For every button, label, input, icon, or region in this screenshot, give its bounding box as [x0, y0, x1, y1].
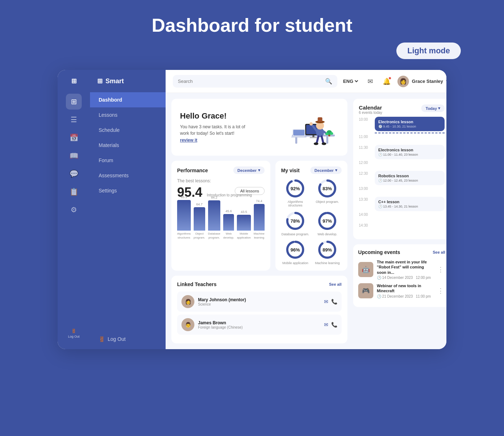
time-row: 14:00	[359, 212, 445, 223]
svg-text:78%: 78%	[291, 218, 300, 224]
hero-review-link[interactable]: review it	[180, 138, 197, 143]
svg-rect-8	[293, 130, 304, 135]
time-label: 13:00	[359, 186, 372, 191]
user-info[interactable]: 👩 Grace Stanley ▾	[397, 76, 446, 87]
today-button[interactable]: Today ▾	[421, 104, 445, 112]
search-icon: 🔍	[325, 78, 332, 85]
sidebar-icon-materials[interactable]: 📖	[66, 148, 82, 164]
sidebar-logout[interactable]: 🚪 Log Out	[68, 329, 80, 342]
sidebar-item-assessments[interactable]: Assessments	[90, 168, 166, 183]
content-area: 🔍 ENG ✉ 🔔 👩 Grace Stanley ▾	[166, 70, 446, 349]
sidebar-item-dashboard[interactable]: Dashbord	[90, 92, 166, 107]
svg-rect-6	[310, 137, 317, 138]
light-mode-badge[interactable]: Light mode	[396, 43, 461, 59]
lesson-block: Electronics lesson 🕐 9.45 - 10.30, 21 le…	[375, 117, 445, 131]
main-grid: Hello Grace! You have 3 new tasks. It is…	[166, 93, 446, 349]
teacher-phone-icon[interactable]: 📞	[331, 299, 337, 304]
chevron-down-icon: ▾	[258, 168, 260, 173]
today-chevron-icon: ▾	[438, 106, 440, 111]
donut-svg: 78%	[285, 211, 305, 231]
left-column: Hello Grace! You have 3 new tasks. It is…	[171, 99, 347, 343]
bar-group: 64.7 Object program.	[194, 203, 205, 240]
events-card: Upcoming events See all 🤖 The main event…	[353, 244, 446, 307]
svg-point-23	[325, 133, 328, 135]
lesson-time: 🕐 9.45 - 10.30, 21 lesson	[378, 125, 441, 128]
event-name: The main event in your life "Robot Fest"…	[377, 259, 432, 275]
events-see-all[interactable]: See all	[433, 250, 445, 254]
hero-illustration	[285, 107, 339, 147]
teacher-phone-icon[interactable]: 📞	[331, 322, 337, 328]
teacher-avatar: 👩	[181, 295, 194, 308]
donut-item: 83% Object program.	[313, 178, 342, 207]
hero-greeting: Hello Grace!	[180, 111, 252, 121]
notifications-icon[interactable]: 🔔	[381, 76, 392, 87]
page-title: Dashboard for student	[152, 14, 352, 36]
performance-filter[interactable]: December ▾	[233, 166, 265, 174]
time-row: 13:30 C++ lesson 🕐 13.45 - 14.30, 21 les…	[359, 197, 445, 212]
user-avatar: 👩	[397, 76, 409, 87]
sidebar-item-forum[interactable]: Forum	[90, 153, 166, 168]
time-row: 12:00	[359, 160, 445, 171]
bar-value: 84.2	[211, 196, 217, 199]
teacher-row: 👨 James Brown Foreign language (Chinese)…	[177, 315, 342, 335]
mail-icon[interactable]: ✉	[364, 76, 376, 87]
teacher-mail-icon[interactable]: ✉	[324, 322, 328, 328]
nav-logout-button[interactable]: 🚪 Log Out	[90, 329, 166, 349]
right-column: Calendar 6 events today Today ▾ 10:00 El…	[353, 99, 446, 343]
sidebar-icon-schedule[interactable]: 📅	[66, 130, 82, 146]
time-label: 13:30	[359, 197, 372, 201]
visit-card-header: My visit December ▾	[281, 166, 342, 174]
teacher-info: James Brown Foreign language (Chinese)	[198, 320, 320, 329]
svg-text:89%: 89%	[323, 247, 332, 253]
sidebar-icon-forum[interactable]: 💬	[66, 166, 82, 182]
svg-point-24	[330, 132, 333, 135]
event-meta: 🕐 21 December 2023 11:00 pm	[377, 294, 432, 298]
donut-svg: 89%	[317, 240, 337, 260]
svg-text:92%: 92%	[291, 186, 300, 191]
sidebar-item-materials[interactable]: Materials	[90, 138, 166, 153]
lesson-time: 🕐 12.00 - 12.45, 23 lesson	[378, 179, 441, 182]
sidebar-icon-lessons[interactable]: ☰	[66, 112, 82, 128]
lesson-title: C++ lesson	[378, 200, 441, 204]
bar-label: Web develop.	[223, 232, 234, 240]
bar-group: 74.4 Machine learning	[254, 199, 265, 240]
sidebar-icon-assessments[interactable]: 📋	[66, 184, 82, 200]
lesson-title: Electronics lesson	[378, 120, 441, 124]
sidebar-item-settings[interactable]: Settings	[90, 183, 166, 198]
performance-card-header: Performance December ▾	[177, 166, 265, 174]
time-label: 14:00	[359, 212, 372, 217]
sidebar-icon-dashboard[interactable]: ⊞	[66, 94, 82, 110]
visit-chevron-icon: ▾	[335, 168, 337, 173]
teacher-avatar: 👨	[181, 318, 194, 331]
visit-filter[interactable]: December ▾	[310, 166, 342, 174]
svg-rect-5	[312, 135, 315, 137]
nav-sidebar: ⊞ Smart Dashbord Lessons Schedule Materi…	[90, 70, 166, 349]
event-info: The main event in your life "Robot Fest"…	[377, 259, 432, 280]
svg-rect-1	[295, 137, 297, 144]
bar	[237, 215, 251, 231]
bar-value: 64.7	[196, 203, 203, 206]
lesson-block: Robotics lesson 🕐 12.00 - 12.45, 23 less…	[375, 171, 445, 185]
event-more-button[interactable]: ⋮	[436, 264, 445, 275]
event-row: 🤖 The main event in your life "Robot Fes…	[358, 259, 445, 280]
donut-item: 92% Algorithms structures	[281, 178, 310, 207]
sidebar-item-schedule[interactable]: Schedule	[90, 123, 166, 138]
time-label: 14:30	[359, 223, 372, 227]
teacher-mail-icon[interactable]: ✉	[324, 299, 328, 304]
bar	[194, 207, 205, 231]
search-input[interactable]	[178, 79, 322, 84]
lesson-time: 🕐 13.45 - 14.30, 21 lesson	[378, 205, 441, 208]
teachers-title: Linked Teachers	[177, 281, 216, 287]
teachers-see-all[interactable]: See all	[329, 282, 342, 286]
sidebar-item-lessons[interactable]: Lessons	[90, 107, 166, 123]
calendar-header: Calendar 6 events today Today ▾	[359, 104, 445, 115]
language-select[interactable]: ENG	[342, 78, 359, 84]
event-meta: 🕐 14 December 2023 12:00 pm	[377, 276, 432, 280]
sidebar-icon-settings[interactable]: ⚙	[66, 202, 82, 218]
topbar-actions: ENG ✉ 🔔 👩 Grace Stanley ▾	[342, 76, 446, 87]
visit-title: My visit	[281, 168, 300, 173]
bottom-row: Performance December ▾ The best lessons:…	[171, 161, 347, 271]
best-score-label: The best lessons:	[177, 178, 265, 183]
donut-svg: 97%	[317, 211, 337, 231]
event-more-button[interactable]: ⋮	[436, 285, 445, 296]
